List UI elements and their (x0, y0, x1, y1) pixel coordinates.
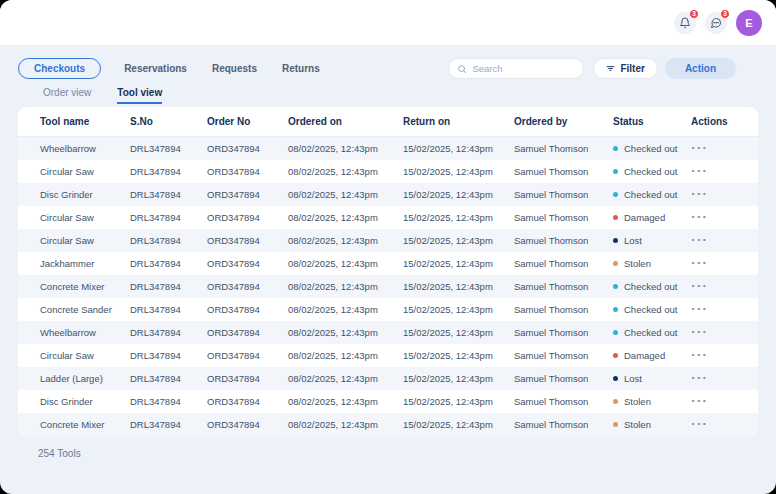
table-row: Ladder (Large)DRL347894ORD34789408/02/20… (18, 367, 758, 390)
cell-return-on: 15/02/2025, 12:43pm (403, 166, 514, 177)
table-row: JackhammerDRL347894ORD34789408/02/2025, … (18, 252, 758, 275)
filter-label: Filter (620, 63, 644, 74)
cell-serial-no: DRL347894 (130, 373, 207, 384)
cell-status: Stolen (613, 419, 691, 430)
search-input[interactable] (472, 63, 575, 74)
status-dot (613, 422, 618, 427)
cell-ordered-on: 08/02/2025, 12:43pm (288, 281, 403, 292)
cell-tool-name: Circular Saw (40, 166, 130, 177)
table-row: WheelbarrowDRL347894ORD34789408/02/2025,… (18, 321, 758, 344)
status-label: Checked out (624, 166, 677, 177)
table-row: Circular SawDRL347894ORD34789408/02/2025… (18, 344, 758, 367)
row-actions-menu-button[interactable]: ··· (691, 165, 708, 178)
status-label: Stolen (624, 396, 651, 407)
cell-ordered-by: Samuel Thomson (514, 350, 613, 361)
column-header-s-no: S.No (130, 116, 207, 127)
cell-actions: ··· (691, 188, 758, 201)
row-actions-menu-button[interactable]: ··· (691, 234, 708, 247)
row-actions-menu-button[interactable]: ··· (691, 280, 708, 293)
tab-order-view[interactable]: Order view (43, 87, 91, 104)
status-dot (613, 169, 618, 174)
status-dot (613, 146, 618, 151)
column-header-status: Status (613, 116, 691, 127)
cell-serial-no: DRL347894 (130, 281, 207, 292)
table-row: WheelbarrowDRL347894ORD34789408/02/2025,… (18, 137, 758, 160)
cell-ordered-by: Samuel Thomson (514, 212, 613, 223)
cell-tool-name: Concrete Mixer (40, 281, 130, 292)
column-header-ordered-on: Ordered on (288, 116, 403, 127)
cell-order-no: ORD347894 (207, 304, 288, 315)
action-button[interactable]: Action (665, 58, 736, 79)
notifications-button[interactable]: 3 (674, 12, 696, 34)
status-dot (613, 238, 618, 243)
cell-tool-name: Circular Saw (40, 212, 130, 223)
search-box (448, 58, 584, 79)
status-dot (613, 353, 618, 358)
status-label: Checked out (624, 189, 677, 200)
cell-order-no: ORD347894 (207, 189, 288, 200)
column-header-actions: Actions (691, 116, 758, 127)
cell-status: Damaged (613, 350, 691, 361)
row-actions-menu-button[interactable]: ··· (691, 418, 708, 431)
cell-return-on: 15/02/2025, 12:43pm (403, 373, 514, 384)
row-actions-menu-button[interactable]: ··· (691, 142, 708, 155)
cell-tool-name: Concrete Sander (40, 304, 130, 315)
row-actions-menu-button[interactable]: ··· (691, 349, 708, 362)
row-actions-menu-button[interactable]: ··· (691, 188, 708, 201)
status-dot (613, 261, 618, 266)
cell-return-on: 15/02/2025, 12:43pm (403, 350, 514, 361)
cell-ordered-on: 08/02/2025, 12:43pm (288, 396, 403, 407)
cell-return-on: 15/02/2025, 12:43pm (403, 396, 514, 407)
cell-order-no: ORD347894 (207, 166, 288, 177)
cell-order-no: ORD347894 (207, 212, 288, 223)
cell-order-no: ORD347894 (207, 143, 288, 154)
cell-tool-name: Circular Saw (40, 235, 130, 246)
tab-returns[interactable]: Returns (280, 59, 322, 78)
status-dot (613, 284, 618, 289)
cell-status: Stolen (613, 396, 691, 407)
chat-icon (710, 17, 722, 29)
messages-button[interactable]: 3 (705, 12, 727, 34)
row-actions-menu-button[interactable]: ··· (691, 395, 708, 408)
status-label: Damaged (624, 350, 665, 361)
user-avatar[interactable]: E (736, 10, 762, 36)
cell-actions: ··· (691, 234, 758, 247)
cell-status: Checked out (613, 143, 691, 154)
tab-reservations[interactable]: Reservations (122, 59, 189, 78)
status-label: Damaged (624, 212, 665, 223)
cell-status: Checked out (613, 166, 691, 177)
cell-tool-name: Circular Saw (40, 350, 130, 361)
cell-ordered-by: Samuel Thomson (514, 304, 613, 315)
tab-tool-view[interactable]: Tool view (117, 87, 162, 104)
cell-order-no: ORD347894 (207, 396, 288, 407)
cell-tool-name: Wheelbarrow (40, 143, 130, 154)
app-window: 3 3 E CheckoutsReservationsRequestsRetur… (0, 0, 776, 494)
cell-ordered-on: 08/02/2025, 12:43pm (288, 143, 403, 154)
row-actions-menu-button[interactable]: ··· (691, 257, 708, 270)
cell-serial-no: DRL347894 (130, 396, 207, 407)
cell-return-on: 15/02/2025, 12:43pm (403, 212, 514, 223)
search-icon (457, 64, 467, 74)
cell-order-no: ORD347894 (207, 327, 288, 338)
filter-button[interactable]: Filter (593, 58, 657, 79)
status-dot (613, 399, 618, 404)
cell-status: Checked out (613, 327, 691, 338)
row-actions-menu-button[interactable]: ··· (691, 372, 708, 385)
status-label: Stolen (624, 419, 651, 430)
cell-return-on: 15/02/2025, 12:43pm (403, 143, 514, 154)
cell-ordered-by: Samuel Thomson (514, 166, 613, 177)
row-actions-menu-button[interactable]: ··· (691, 303, 708, 316)
cell-serial-no: DRL347894 (130, 258, 207, 269)
row-actions-menu-button[interactable]: ··· (691, 326, 708, 339)
table-row: Circular SawDRL347894ORD34789408/02/2025… (18, 206, 758, 229)
table-row: Disc GrinderDRL347894ORD34789408/02/2025… (18, 390, 758, 413)
tab-checkouts[interactable]: Checkouts (18, 58, 101, 79)
cell-ordered-on: 08/02/2025, 12:43pm (288, 327, 403, 338)
row-actions-menu-button[interactable]: ··· (691, 211, 708, 224)
cell-tool-name: Wheelbarrow (40, 327, 130, 338)
cell-status: Damaged (613, 212, 691, 223)
cell-ordered-by: Samuel Thomson (514, 281, 613, 292)
tab-requests[interactable]: Requests (210, 59, 259, 78)
cell-order-no: ORD347894 (207, 419, 288, 430)
bell-icon (679, 17, 691, 29)
